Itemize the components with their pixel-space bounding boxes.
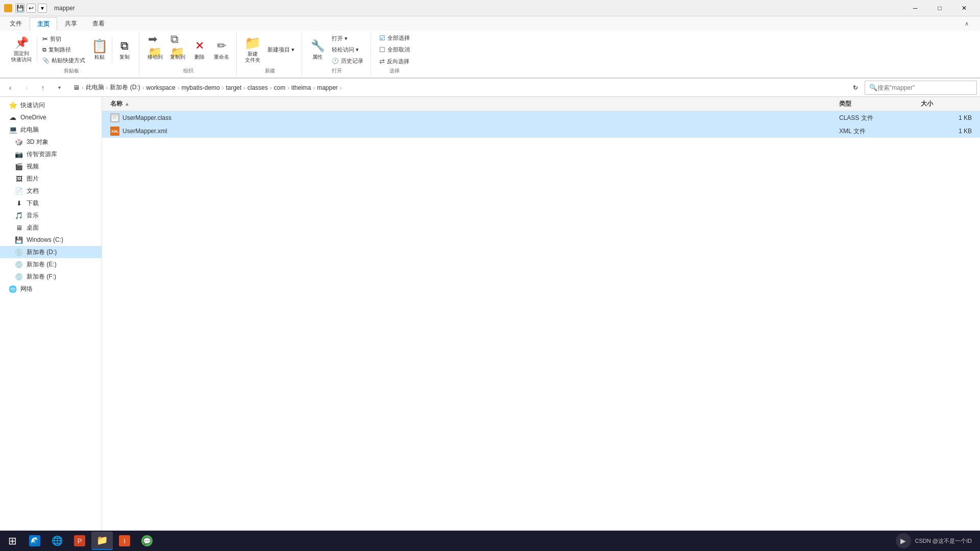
breadcrumb[interactable]: 🖥 › 此电脑 › 新加卷 (D:) › workspace › mybatis…: [68, 81, 846, 95]
sidebar-item-thispc[interactable]: 💻 此电脑: [0, 123, 102, 136]
col-name[interactable]: 名称 ▲: [110, 99, 839, 108]
paste-shortcut-icon: 📎: [42, 57, 50, 64]
file-item-name-xml: XML UserMapper.xml: [110, 127, 839, 136]
sidebar-item-quickaccess[interactable]: ⭐ 快速访问: [0, 99, 102, 111]
music-icon: 🎵: [14, 211, 23, 220]
network-icon: 🌐: [8, 284, 17, 293]
easyaccess-button[interactable]: 轻松访问 ▾: [329, 44, 366, 55]
col-size[interactable]: 大小: [921, 99, 972, 108]
media-button[interactable]: ▶: [896, 533, 911, 548]
open-label: 打开: [332, 67, 342, 76]
tab-file[interactable]: 文件: [2, 16, 30, 31]
undo-quick-btn[interactable]: ↩: [27, 4, 36, 13]
sidebar-item-documents[interactable]: 📄 文档: [0, 185, 102, 197]
sidebar-item-onedrive[interactable]: ☁ OneDrive: [0, 111, 102, 123]
selectnone-button[interactable]: ☐ 全部取消: [376, 44, 413, 55]
taskbar-item-explorer[interactable]: 📁: [91, 532, 113, 550]
properties-button[interactable]: 🔧 属性: [307, 35, 328, 64]
search-icon: 🔍: [869, 84, 877, 91]
taskbar-start-button[interactable]: ⊞: [2, 532, 23, 550]
file-item-type-class: CLASS 文件: [839, 114, 921, 122]
dropdown-quick-btn[interactable]: ▾: [38, 4, 47, 13]
paste-shortcut-button[interactable]: 📎 粘贴快捷方式: [39, 55, 88, 65]
sidebar-item-download[interactable]: ⬇ 下载: [0, 197, 102, 209]
maximize-button[interactable]: □: [928, 0, 951, 16]
table-row[interactable]: UserMapper.class CLASS 文件 1 KB: [102, 111, 980, 124]
sidebar-item-chuanzhi[interactable]: 📷 传智资源库: [0, 148, 102, 160]
col-type[interactable]: 类型: [839, 99, 921, 108]
breadcrumb-com: com: [274, 84, 285, 91]
sidebar-label-desktop: 桌面: [27, 223, 39, 232]
svg-rect-2: [112, 117, 116, 118]
xml-file-icon: XML: [110, 127, 119, 136]
save-quick-btn[interactable]: 💾: [15, 4, 24, 13]
svg-text:XML: XML: [111, 130, 119, 133]
sidebar-item-video[interactable]: 🎬 视频: [0, 160, 102, 172]
sidebar-item-desktop[interactable]: 🖥 桌面: [0, 221, 102, 234]
close-button[interactable]: ✕: [952, 0, 976, 16]
sidebar-label-3dobjects: 3D 对象: [27, 138, 48, 146]
newitem-button[interactable]: 新建项目 ▾: [264, 44, 298, 55]
history-button[interactable]: 🕐 历史记录: [329, 56, 366, 66]
clipboard-items: 📌 固定到快速访问 ✂ 剪切 ⧉ 复制路径 📎 粘贴快捷方式: [8, 33, 135, 66]
ribbon: 文件 主页 共享 查看 ∧ 📌 固定到快速访问: [0, 16, 980, 79]
images-icon: 🖼: [14, 174, 23, 183]
tab-view[interactable]: 查看: [85, 16, 112, 31]
sidebar-item-winc[interactable]: 💾 Windows (C:): [0, 234, 102, 246]
pin-button[interactable]: 📌 固定到快速访问: [8, 35, 35, 64]
taskbar-item-chrome[interactable]: 🌐: [46, 532, 68, 550]
open-button[interactable]: 打开 ▾: [329, 33, 366, 43]
sidebar-item-network[interactable]: 🌐 网络: [0, 283, 102, 295]
3dobjects-icon: 🎲: [14, 137, 23, 146]
taskbar-item-edge[interactable]: 🌊: [24, 532, 45, 550]
delete-button[interactable]: ✕ 删除: [189, 35, 210, 64]
paste-button[interactable]: 📋 粘贴: [89, 35, 110, 64]
back-button[interactable]: ‹: [3, 81, 17, 95]
invertsel-button[interactable]: ⇄ 反向选择: [376, 56, 413, 66]
ribbon-expand-btn[interactable]: ∧: [960, 16, 974, 31]
ribbon-group-clipboard: 📌 固定到快速访问 ✂ 剪切 ⧉ 复制路径 📎 粘贴快捷方式: [4, 33, 139, 76]
ribbon-group-organize: ➡📁 移动到 ⧉📁 复制到 ✕ 删除 ✏ 重命名 组织: [140, 33, 237, 76]
search-input[interactable]: [877, 84, 972, 91]
file-area: 名称 ▲ 类型 大小: [102, 97, 980, 544]
breadcrumb-workspace: workspace: [146, 84, 175, 91]
newfolder-button[interactable]: 📁 新建文件夹: [242, 35, 263, 64]
sidebar-item-3dobjects[interactable]: 🎲 3D 对象: [0, 136, 102, 148]
taskbar-item-app5[interactable]: I: [114, 532, 135, 550]
breadcrumb-mapper: mapper: [317, 84, 338, 91]
selectall-button[interactable]: ☑ 全部选择: [376, 33, 413, 43]
tab-share[interactable]: 共享: [57, 16, 85, 31]
tab-home[interactable]: 主页: [30, 17, 57, 31]
copyto-button[interactable]: ⧉📁 复制到: [167, 35, 188, 64]
table-row[interactable]: XML UserMapper.xml XML 文件 1 KB: [102, 124, 980, 138]
sidebar-item-drived[interactable]: 💿 新加卷 (D:): [0, 246, 102, 258]
up-button[interactable]: ↑: [36, 81, 50, 95]
sidebar-item-images[interactable]: 🖼 图片: [0, 172, 102, 185]
sidebar-label-video: 视频: [27, 162, 39, 171]
move-button[interactable]: ➡📁 移动到: [144, 35, 166, 64]
sidebar-label-thispc: 此电脑: [20, 126, 39, 134]
sidebar-label-quickaccess: 快速访问: [20, 101, 45, 110]
forward-button[interactable]: ›: [19, 81, 34, 95]
copy-path-button[interactable]: ⧉ 复制路径: [39, 44, 88, 55]
sidebar-item-music[interactable]: 🎵 音乐: [0, 209, 102, 221]
minimize-button[interactable]: ─: [903, 0, 927, 16]
cut-button[interactable]: ✂ 剪切: [39, 34, 88, 44]
invertsel-icon: ⇄: [379, 58, 385, 65]
copy-button[interactable]: ⧉ 复制: [114, 35, 135, 64]
move-icon: ➡📁: [148, 39, 162, 53]
edge-icon: 🌊: [29, 535, 40, 546]
taskbar-item-wechat[interactable]: 💬: [136, 532, 158, 550]
expand-path-button[interactable]: ▾: [52, 81, 66, 95]
sidebar-item-drivef[interactable]: 💿 新加卷 (F:): [0, 270, 102, 283]
sidebar-item-drivee[interactable]: 💿 新加卷 (E:): [0, 258, 102, 270]
breadcrumb-thispc: 此电脑: [86, 83, 104, 92]
search-box[interactable]: 🔍: [865, 81, 977, 95]
rename-button[interactable]: ✏ 重命名: [211, 35, 232, 64]
quickaccess-icon: ⭐: [8, 101, 17, 110]
refresh-button[interactable]: ↻: [848, 81, 863, 95]
ribbon-tabs: 文件 主页 共享 查看 ∧: [0, 16, 980, 31]
taskbar-item-ppt[interactable]: P: [69, 532, 90, 550]
drived-icon: 💿: [14, 247, 23, 257]
ribbon-group-select: ☑ 全部选择 ☐ 全部取消 ⇄ 反向选择 选择: [372, 33, 417, 76]
